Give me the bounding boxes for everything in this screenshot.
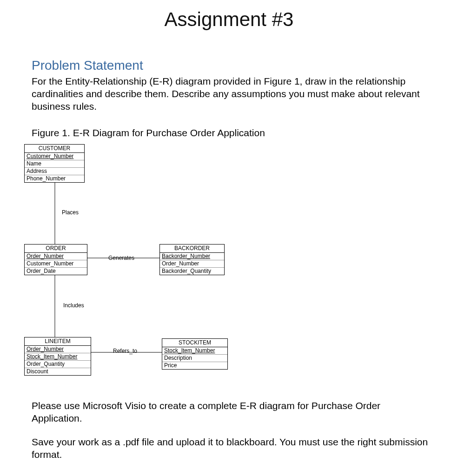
entity-attr: Order_Quantity <box>25 361 91 368</box>
problem-statement-text: For the Entity-Relationship (E-R) diagra… <box>32 75 428 113</box>
entity-attr: Address <box>25 168 84 175</box>
section-heading: Problem Statement <box>32 58 143 73</box>
entity-order: ORDER Order_Number Customer_Number Order… <box>24 244 87 275</box>
entity-attr: Customer_Number <box>25 260 87 268</box>
entity-title: ORDER <box>25 245 87 253</box>
entity-lineitem: LINEITEM Order_Number Stock_Item_Number … <box>24 337 91 376</box>
entity-attr: Order_Date <box>25 268 87 275</box>
entity-attr: Order_Number <box>25 253 87 260</box>
entity-attr: Price <box>162 362 227 369</box>
entity-title: CUSTOMER <box>25 145 84 153</box>
entity-attr: Backorder_Quantity <box>160 268 224 275</box>
entity-backorder: BACKORDER Backorder_Number Order_Number … <box>159 244 225 275</box>
rel-refers-to: Refers_to <box>113 348 137 354</box>
entity-attr: Stock_Item_Number <box>25 353 91 361</box>
entity-attr: Description <box>162 355 227 362</box>
entity-title: BACKORDER <box>160 245 224 253</box>
entity-attr: Order_Number <box>160 260 224 268</box>
page: Assignment #3 Problem Statement For the … <box>0 0 458 476</box>
entity-attr: Customer_Number <box>25 153 84 160</box>
entity-attr: Discount <box>25 368 91 375</box>
rel-places: Places <box>62 209 79 216</box>
entity-attr: Order_Number <box>25 346 91 353</box>
entity-attr: Stock_Item_Number <box>162 347 227 355</box>
figure-caption: Figure 1. E-R Diagram for Purchase Order… <box>32 127 265 139</box>
entity-title: STOCKITEM <box>162 339 227 347</box>
rel-generates: Generates <box>108 255 134 261</box>
instruction-submission: Save your work as a .pdf file and upload… <box>32 436 428 461</box>
entity-stockitem: STOCKITEM Stock_Item_Number Description … <box>162 338 228 370</box>
er-diagram: CUSTOMER Customer_Number Name Address Ph… <box>18 144 259 395</box>
page-title: Assignment #3 <box>0 8 458 31</box>
entity-attr: Name <box>25 160 84 168</box>
rel-includes: Includes <box>63 302 84 309</box>
entity-attr: Phone_Number <box>25 175 84 182</box>
entity-customer: CUSTOMER Customer_Number Name Address Ph… <box>24 144 85 183</box>
entity-attr: Backorder_Number <box>160 253 224 260</box>
instruction-visio: Please use Microsoft Visio to create a c… <box>32 400 428 425</box>
entity-title: LINEITEM <box>25 337 91 346</box>
